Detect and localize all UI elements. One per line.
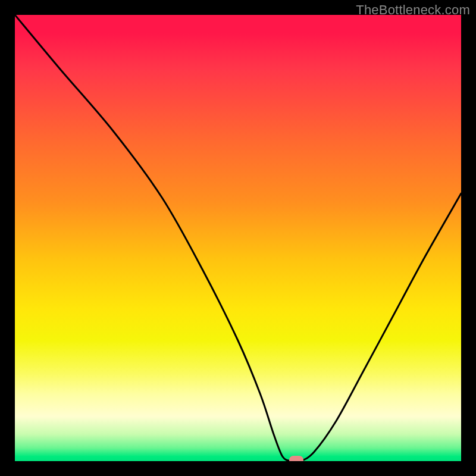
plot-area (15, 15, 461, 461)
bottleneck-curve (15, 15, 461, 461)
chart-frame: TheBottleneck.com (0, 0, 476, 476)
optimal-marker (289, 456, 303, 461)
watermark-text: TheBottleneck.com (356, 2, 470, 18)
